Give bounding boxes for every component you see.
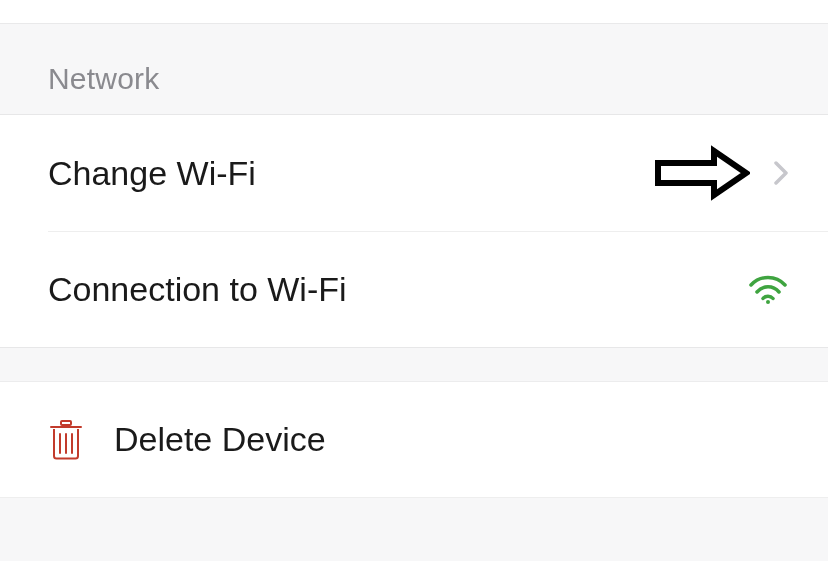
network-group: Change Wi-Fi Connection to Wi-Fi — [0, 114, 828, 348]
connection-wifi-row[interactable]: Connection to Wi-Fi — [0, 231, 828, 347]
top-bar — [0, 0, 828, 24]
change-wifi-row[interactable]: Change Wi-Fi — [0, 115, 828, 231]
svg-rect-1 — [61, 421, 71, 425]
arrow-right-icon — [654, 145, 750, 201]
delete-device-label: Delete Device — [114, 420, 326, 459]
svg-point-0 — [766, 300, 770, 304]
wifi-icon — [748, 273, 788, 305]
trash-icon — [48, 420, 84, 460]
chevron-right-icon — [774, 161, 788, 185]
change-wifi-accessory — [654, 145, 788, 201]
delete-device-row[interactable]: Delete Device — [0, 382, 828, 498]
connection-wifi-accessory — [748, 273, 788, 305]
connection-wifi-label: Connection to Wi-Fi — [48, 270, 748, 309]
section-header-network: Network — [0, 24, 828, 114]
change-wifi-label: Change Wi-Fi — [48, 154, 654, 193]
section-spacer — [0, 348, 828, 382]
